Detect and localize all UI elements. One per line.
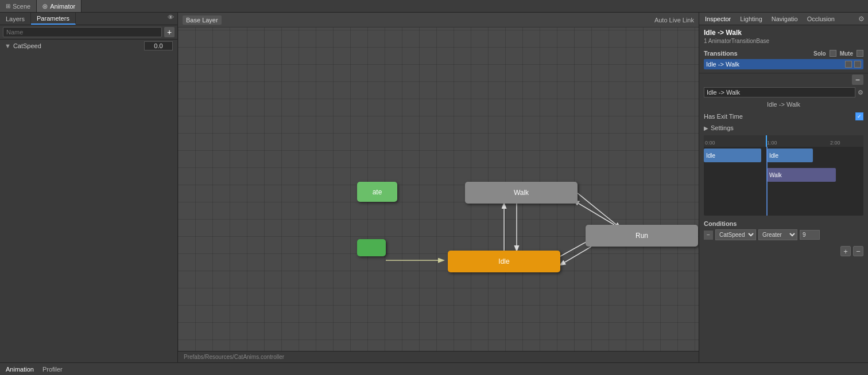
transitions-section: Transitions Solo Mute Idle -> Walk — [699, 48, 868, 73]
transition-settings-icon[interactable]: ⚙ — [858, 89, 863, 96]
state-node-idle[interactable]: Idle — [448, 251, 560, 272]
breadcrumb-base-layer[interactable]: Base Layer — [183, 15, 222, 25]
inspector-subtitle: 1 AnimatorTransitionBase — [699, 38, 868, 48]
track-block-walk: Walk — [767, 168, 836, 182]
ruler-mark-1: 1:00 — [767, 140, 777, 146]
inspector-title: Idle -> Walk — [699, 25, 868, 38]
has-exit-time-checkbox[interactable]: ✓ — [855, 112, 863, 120]
svg-line-5 — [577, 193, 620, 228]
bottom-bar: Animation Profiler — [0, 362, 868, 375]
inspector-topbar: Inspector Lighting Navigatio Occlusion ⚙ — [699, 13, 868, 25]
layers-tab[interactable]: Layers — [0, 13, 31, 25]
transitions-header: Transitions Solo Mute — [704, 50, 863, 57]
transition-row[interactable]: Idle -> Walk — [704, 59, 863, 69]
inspector-tabs: Inspector Lighting Navigatio Occlusion — [703, 14, 837, 24]
inspector-tab-inspector[interactable]: Inspector — [703, 14, 733, 24]
condition-param-select[interactable]: CatSpeed — [715, 229, 756, 240]
right-panel: Inspector Lighting Navigatio Occlusion ⚙… — [699, 13, 868, 362]
track-row-2: Walk — [704, 166, 863, 183]
svg-line-6 — [574, 201, 614, 225]
svg-line-4 — [560, 247, 591, 265]
search-row: + — [0, 25, 177, 40]
transition-label: Idle -> Walk — [706, 61, 845, 68]
bottom-tab-profiler[interactable]: Profiler — [42, 366, 63, 373]
main-area: Layers Parameters 👁 + ▼ CatSpeed Base La… — [0, 13, 868, 362]
top-bar: ⊞ Scene ◎ Animator — [0, 0, 868, 13]
condition-value-input[interactable] — [800, 230, 820, 240]
animator-topbar: Base Layer Auto Live Link — [178, 13, 699, 28]
track-row-1: Idle Idle — [704, 147, 863, 164]
search-input[interactable] — [3, 27, 162, 37]
animator-canvas[interactable]: Base Layer Auto Live Link — [178, 13, 699, 362]
bottom-tab-animation[interactable]: Animation — [6, 366, 34, 373]
mute-checkbox[interactable] — [857, 50, 863, 57]
condition-operator-select[interactable]: Greater Less Equals NotEqual — [758, 229, 797, 240]
has-exit-time-row: Has Exit Time ✓ — [699, 110, 868, 123]
remove-transition-button[interactable]: − — [852, 75, 863, 85]
remove-condition-button[interactable]: − — [853, 246, 863, 256]
transition-display-label: Idle -> Walk — [699, 99, 868, 110]
conditions-section: Conditions − CatSpeed Greater Less Equal… — [699, 218, 868, 245]
settings-arrow-icon: ▶ — [704, 125, 708, 131]
animator-tab[interactable]: ◎ Animator — [37, 0, 82, 12]
arrows-svg — [178, 13, 699, 362]
mute-label: Mute — [840, 50, 853, 57]
inspector-gear-icon[interactable]: ⚙ — [858, 15, 865, 23]
left-tabs: Layers Parameters 👁 — [0, 13, 177, 25]
auto-live-link[interactable]: Auto Live Link — [654, 17, 694, 24]
param-arrow: ▼ — [5, 42, 11, 49]
animator-icon: ◎ — [42, 3, 48, 9]
timeline-area: 0:00 1:00 2:00 Idle Idle Walk — [704, 135, 863, 216]
add-remove-row: + − — [699, 245, 868, 257]
settings-label: Settings — [711, 124, 734, 131]
param-name: CatSpeed — [13, 42, 144, 49]
condition-row-0: − CatSpeed Greater Less Equals NotEqual — [704, 229, 863, 240]
solo-label: Solo — [813, 50, 826, 57]
timeline-ruler: 0:00 1:00 2:00 — [704, 135, 863, 147]
settings-foldout[interactable]: ▶ Settings — [699, 123, 868, 133]
status-bar: Prefabs/Resources/CatAnims.controller — [178, 351, 699, 362]
add-parameter-button[interactable]: + — [164, 27, 175, 37]
solo-checkbox[interactable] — [830, 50, 836, 57]
has-exit-time-label: Has Exit Time — [704, 113, 852, 120]
inspector-tab-navigation[interactable]: Navigatio — [769, 14, 800, 24]
transition-name-input[interactable] — [704, 87, 855, 97]
add-condition-button[interactable]: + — [840, 246, 851, 256]
param-value-input[interactable] — [144, 41, 173, 50]
state-node-entry[interactable]: ate — [357, 182, 397, 202]
inspector-tab-occlusion[interactable]: Occlusion — [805, 14, 837, 24]
state-node-any[interactable] — [357, 239, 386, 256]
left-panel: Layers Parameters 👁 + ▼ CatSpeed — [0, 13, 178, 362]
state-node-run[interactable]: Run — [586, 225, 698, 247]
scene-tab[interactable]: ⊞ Scene — [0, 0, 37, 12]
track-block-idle-1: Idle — [704, 149, 761, 162]
ruler-mark-0: 0:00 — [705, 140, 715, 146]
parameters-tab[interactable]: Parameters — [31, 13, 76, 25]
condition-minus-button[interactable]: − — [704, 231, 713, 240]
inspector-tab-lighting[interactable]: Lighting — [738, 14, 765, 24]
state-node-walk[interactable]: Walk — [465, 182, 578, 204]
transition-mute-chk[interactable] — [854, 61, 861, 68]
track-block-idle-2: Idle — [767, 149, 813, 162]
parameter-row-catspeed: ▼ CatSpeed — [0, 40, 177, 52]
transition-solo-chk[interactable] — [845, 61, 852, 68]
scene-icon: ⊞ — [6, 3, 10, 9]
eye-button[interactable]: 👁 — [164, 13, 177, 25]
timeline-tracks: Idle Idle Walk — [704, 147, 863, 216]
conditions-header: Conditions — [704, 220, 863, 227]
ruler-mark-2: 2:00 — [830, 140, 840, 146]
